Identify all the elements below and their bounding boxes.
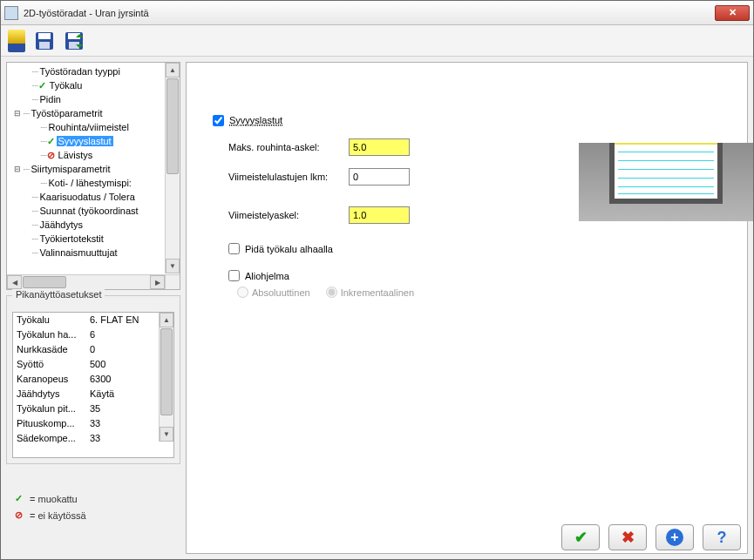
quickview-row[interactable]: Karanopeus6300	[17, 374, 158, 388]
main-panel: Syvyyslastut Maks. rouhinta-askel: Viime…	[186, 62, 748, 554]
scroll-thumb[interactable]	[166, 78, 179, 174]
absolute-radio-input[interactable]	[237, 287, 248, 298]
svg-rect-1	[38, 33, 51, 39]
depth-cuts-check[interactable]	[213, 115, 224, 126]
quickview-row[interactable]: Työkalun pit...35	[17, 403, 158, 418]
tree-item[interactable]: ····· Pidin	[9, 92, 164, 106]
scroll-right-icon[interactable]: ▶	[150, 275, 165, 289]
max-rough-label: Maks. rouhinta-askel:	[228, 142, 342, 152]
scroll-thumb[interactable]	[23, 276, 66, 288]
scroll-thumb[interactable]	[160, 328, 173, 415]
save-export-icon[interactable]	[64, 30, 85, 51]
tree-item[interactable]: ····· Kaarisuodatus / Tolera	[9, 190, 164, 204]
max-rough-input[interactable]	[349, 138, 410, 156]
keep-tool-down-label: Pidä työkalu alhaalla	[245, 244, 333, 254]
subprogram-radios: Absoluuttinen Inkrementaalinen	[237, 287, 721, 298]
tree-item[interactable]: ····· Työkiertotekstit	[9, 232, 164, 246]
finish-count-label: Viimeistelulastujen lkm:	[228, 172, 342, 182]
depth-cuts-label: Syvyyslastut	[229, 115, 282, 126]
tree-item[interactable]: ····· ⊘Lävistys	[9, 148, 164, 162]
scroll-up-icon[interactable]: ▲	[166, 63, 180, 78]
window-title: 2D-työstöradat - Uran jyrsintä	[24, 8, 715, 18]
cancel-button[interactable]: ✖	[608, 524, 647, 550]
quickview-row[interactable]: Työkalu6. FLAT EN	[17, 314, 158, 329]
finish-step-input[interactable]	[349, 206, 410, 224]
close-button[interactable]: ✕	[715, 5, 750, 21]
help-button[interactable]: ?	[703, 524, 741, 550]
tree-item[interactable]: ····· Jäähdytys	[9, 218, 164, 232]
ok-button[interactable]: ✔	[561, 524, 600, 550]
close-icon: ✕	[729, 7, 737, 18]
scroll-down-icon[interactable]: ▼	[160, 427, 173, 442]
absolute-radio[interactable]: Absoluuttinen	[237, 287, 310, 298]
quickview-group: Pikanäyttöasetukset Työkalu6. FLAT ENTyö…	[6, 295, 180, 464]
toolbar	[1, 25, 753, 57]
qv-vscrollbar[interactable]: ▲ ▼	[159, 313, 173, 442]
finish-count-input[interactable]	[349, 168, 410, 186]
help-icon: ?	[717, 529, 727, 547]
quickview-row[interactable]: Pituuskomp...33	[17, 418, 158, 433]
x-icon: ✖	[622, 528, 635, 547]
svg-rect-2	[39, 42, 50, 49]
parameter-tree[interactable]: ····· Työstöradan tyyppi····· ✓Työkalu··…	[6, 62, 180, 290]
tree-item[interactable]: ····· Työstöradan tyyppi	[9, 64, 164, 78]
scroll-down-icon[interactable]: ▼	[166, 259, 180, 273]
tool-icon[interactable]	[8, 30, 25, 52]
body: ····· Työstöradan tyyppi····· ✓Työkalu··…	[1, 57, 753, 559]
keep-tool-down-checkbox[interactable]: Pidä työkalu alhaalla	[228, 243, 721, 254]
quickview-row[interactable]: Sädekompe...33	[17, 433, 158, 448]
quickview-row[interactable]: Syöttö500	[17, 359, 158, 374]
tree-item[interactable]: ····· Suunnat (työkoordinast	[9, 204, 164, 218]
finish-step-label: Viimeistelyaskel:	[228, 210, 342, 220]
tree-item[interactable]: ····· ✓Syvyyslastut	[9, 134, 164, 148]
app-icon	[4, 6, 18, 20]
check-icon: ✔	[574, 528, 588, 547]
save-icon[interactable]	[34, 30, 55, 51]
subprogram-check[interactable]	[228, 270, 240, 281]
scroll-left-icon[interactable]: ◀	[7, 275, 22, 289]
incremental-radio[interactable]: Inkrementaalinen	[326, 287, 414, 298]
tree-item[interactable]: ····· Koti- / lähestymispi:	[9, 176, 164, 190]
add-button[interactable]: +	[656, 524, 694, 550]
quickview-row[interactable]: Nurkkasäde0	[17, 344, 158, 359]
left-column: ····· Työstöradan tyyppi····· ✓Työkalu··…	[6, 62, 180, 554]
quickview-row[interactable]: Työkalun ha...6	[17, 329, 158, 344]
tree-hscrollbar[interactable]: ◀ ▶	[7, 274, 165, 289]
legend-disabled: = ei käytössä	[30, 510, 86, 521]
scroll-up-icon[interactable]: ▲	[160, 313, 173, 327]
tree-item[interactable]: ····· ✓Työkalu	[9, 78, 164, 92]
scroll-corner	[165, 274, 180, 289]
plus-icon: +	[666, 529, 683, 546]
tree-item[interactable]: ····· Rouhinta/viimeistel	[9, 120, 164, 134]
incremental-label: Inkrementaalinen	[341, 287, 414, 298]
absolute-label: Absoluuttinen	[252, 287, 310, 298]
dialog-window: 2D-työstöradat - Uran jyrsintä ✕ ····· T…	[0, 0, 754, 560]
tree-item[interactable]: ····· Valinnaismuuttujat	[9, 246, 164, 260]
tree-item[interactable]: ⊟····· Työstöparametrit	[9, 106, 164, 120]
title-bar: 2D-työstöradat - Uran jyrsintä ✕	[1, 1, 753, 25]
quickview-row[interactable]: JäähdytysKäytä	[17, 388, 158, 403]
incremental-radio-input[interactable]	[326, 287, 337, 298]
tree-vscrollbar[interactable]: ▲ ▼	[165, 63, 180, 273]
subprogram-label: Aliohjelma	[245, 271, 289, 281]
depth-diagram	[579, 143, 753, 221]
depth-cuts-checkbox[interactable]: Syvyyslastut	[213, 115, 721, 126]
legend: ✓= muokattu ⊘= ei käytössä	[15, 493, 86, 521]
subprogram-checkbox[interactable]: Aliohjelma	[228, 270, 721, 281]
quickview-list[interactable]: Työkalu6. FLAT ENTyökalun ha...6Nurkkasä…	[12, 312, 174, 458]
tree-item[interactable]: ⊟····· Siirtymisparametrit	[9, 162, 164, 176]
legend-edited: = muokattu	[30, 494, 78, 504]
keep-tool-down-check[interactable]	[228, 243, 240, 254]
footer-buttons: ✔ ✖ + ?	[561, 524, 741, 550]
forbid-icon: ⊘	[15, 509, 23, 521]
check-icon: ✓	[15, 493, 23, 504]
quickview-title: Pikanäyttöasetukset	[12, 289, 105, 300]
